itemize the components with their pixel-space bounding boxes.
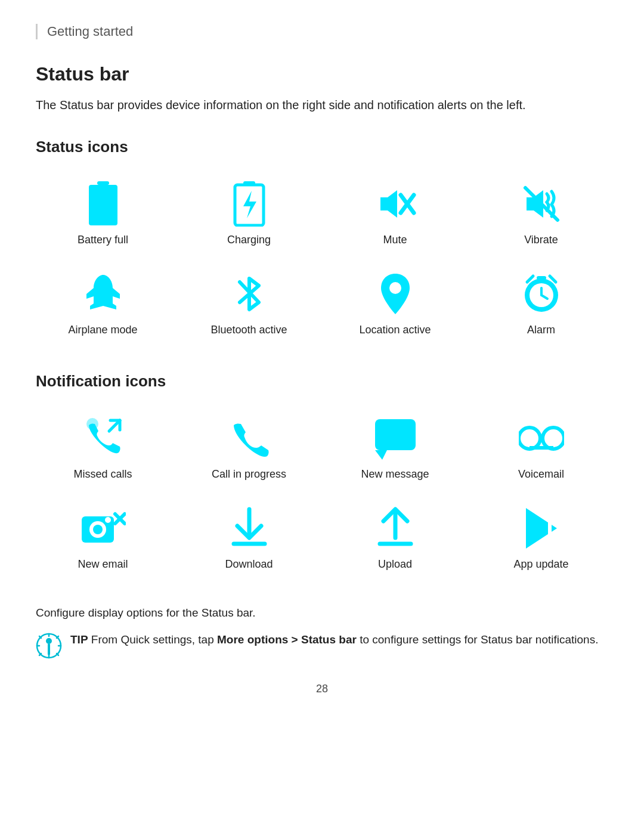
charging-label: Charging xyxy=(227,234,271,246)
airplane-icon xyxy=(79,270,127,318)
voicemail-icon xyxy=(518,414,565,462)
svg-point-21 xyxy=(86,418,98,430)
status-icon-bluetooth: Bluetooth active xyxy=(182,264,316,348)
svg-marker-5 xyxy=(380,190,397,218)
mute-label: Mute xyxy=(383,234,407,246)
svg-point-30 xyxy=(105,517,111,523)
notification-icon-missed-calls: Missed calls xyxy=(36,408,170,493)
bluetooth-label: Bluetooth active xyxy=(210,324,287,336)
tip-label: TIP xyxy=(70,633,88,646)
svg-point-10 xyxy=(389,282,401,294)
notification-icon-new-email: New email xyxy=(36,498,170,583)
new-message-icon xyxy=(371,414,419,462)
location-icon xyxy=(371,270,419,318)
notification-icon-call-progress: Call in progress xyxy=(182,408,316,493)
download-label: Download xyxy=(225,558,273,571)
svg-line-20 xyxy=(109,420,120,431)
svg-point-25 xyxy=(543,428,564,449)
tip-icon xyxy=(36,633,62,659)
status-icon-airplane: Airplane mode xyxy=(36,264,170,348)
charging-icon xyxy=(225,180,273,228)
svg-rect-26 xyxy=(530,446,553,450)
svg-rect-22 xyxy=(375,419,416,450)
svg-rect-17 xyxy=(537,276,546,280)
call-progress-label: Call in progress xyxy=(212,468,286,481)
status-icons-title: Status icons xyxy=(36,138,608,156)
notification-icons-title: Notification icons xyxy=(36,372,608,391)
notification-icon-download: Download xyxy=(182,498,316,583)
svg-line-16 xyxy=(550,276,556,282)
battery-full-label: Battery full xyxy=(78,234,128,246)
svg-point-24 xyxy=(519,428,540,449)
missed-calls-label: Missed calls xyxy=(73,468,132,481)
upload-label: Upload xyxy=(378,558,412,571)
new-message-label: New message xyxy=(361,468,429,481)
notification-icon-app-update: App update xyxy=(474,498,608,583)
notification-icon-new-message: New message xyxy=(328,408,462,493)
svg-marker-23 xyxy=(375,450,387,460)
svg-point-40 xyxy=(46,638,52,644)
upload-icon xyxy=(371,504,419,552)
new-email-label: New email xyxy=(78,558,128,571)
tip-end-text: to configure settings for Status bar not… xyxy=(357,633,599,646)
svg-marker-4 xyxy=(243,191,256,218)
notification-icon-voicemail: Voicemail xyxy=(474,408,608,493)
download-icon xyxy=(225,504,273,552)
vibrate-label: Vibrate xyxy=(524,234,558,246)
alarm-label: Alarm xyxy=(527,324,555,336)
status-icon-battery-full: Battery full xyxy=(36,174,170,258)
app-update-label: App update xyxy=(513,558,568,571)
svg-rect-0 xyxy=(97,181,109,185)
missed-calls-icon xyxy=(79,414,127,462)
vibrate-icon xyxy=(518,180,565,228)
tip-text-content: From Quick settings, tap xyxy=(88,633,217,646)
page-number: 28 xyxy=(36,683,608,695)
section-description: The Status bar provides device informati… xyxy=(36,96,608,114)
location-label: Location active xyxy=(359,324,431,336)
notification-icon-upload: Upload xyxy=(328,498,462,583)
status-icon-vibrate: Vibrate xyxy=(474,174,608,258)
configure-text: Configure display options for the Status… xyxy=(36,606,608,620)
breadcrumb: Getting started xyxy=(36,24,608,39)
status-icon-alarm: Alarm xyxy=(474,264,608,348)
status-icon-location: Location active xyxy=(328,264,462,348)
voicemail-label: Voicemail xyxy=(518,468,564,481)
status-icon-mute: Mute xyxy=(328,174,462,258)
tip-bold: More options > Status bar xyxy=(217,633,357,646)
svg-rect-1 xyxy=(89,185,117,225)
alarm-icon xyxy=(518,270,565,318)
battery-full-icon xyxy=(79,180,127,228)
tip-text: TIP From Quick settings, tap More option… xyxy=(70,631,598,649)
new-email-icon xyxy=(79,504,127,552)
status-icon-charging: Charging xyxy=(182,174,316,258)
status-icons-grid: Battery full Charging Mute xyxy=(36,174,608,348)
tip-box: TIP From Quick settings, tap More option… xyxy=(36,631,608,659)
airplane-label: Airplane mode xyxy=(68,324,137,336)
svg-marker-37 xyxy=(526,508,557,549)
bluetooth-icon xyxy=(225,270,273,318)
mute-icon xyxy=(371,180,419,228)
notification-icons-grid: Missed calls Call in progress New messag… xyxy=(36,408,608,583)
breadcrumb-label: Getting started xyxy=(47,24,133,39)
svg-point-29 xyxy=(93,525,103,534)
svg-line-15 xyxy=(527,276,533,282)
app-update-icon xyxy=(518,504,565,552)
page-title: Status bar xyxy=(36,63,608,85)
call-progress-icon xyxy=(225,414,273,462)
